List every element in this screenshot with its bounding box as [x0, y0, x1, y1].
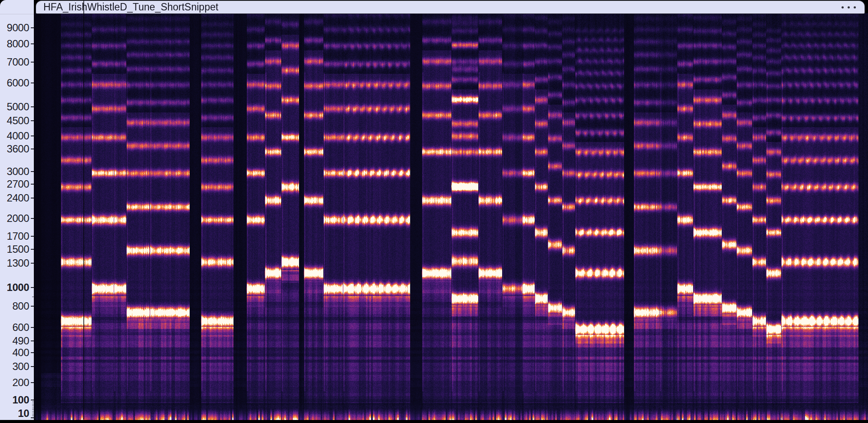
freq-tick-label: 2000 [7, 212, 29, 225]
freq-tick-mark [31, 340, 34, 341]
freq-tick-label: 800 [12, 300, 29, 312]
clip-menu-button[interactable] [840, 4, 858, 10]
freq-minor-tick [32, 416, 34, 416]
freq-tick-mark [31, 382, 34, 383]
freq-tick-mark [31, 263, 34, 264]
freq-tick-label: 9000 [7, 22, 29, 34]
freq-tick-label: 6000 [7, 77, 29, 89]
freq-tick-label: 7000 [7, 56, 29, 68]
ruler-separator-line [0, 14, 34, 14]
frequency-ruler[interactable]: 9000800070006000500045004000360030002700… [0, 0, 34, 420]
freq-minor-tick [32, 404, 34, 404]
freq-tick-mark [31, 106, 34, 107]
freq-tick-mark [31, 236, 34, 237]
freq-tick-label: 3000 [7, 165, 29, 178]
freq-tick-label: 490 [12, 335, 29, 347]
freq-tick-mark [31, 149, 34, 149]
playhead-line[interactable] [83, 1, 84, 420]
freq-tick-label: 300 [12, 360, 29, 373]
freq-tick-label: 10 [18, 407, 29, 420]
freq-tick-label: 100 [12, 394, 29, 406]
freq-tick-mark [31, 287, 34, 288]
freq-tick-mark [31, 198, 34, 198]
freq-tick-mark [31, 43, 34, 44]
freq-tick-label: 4000 [7, 130, 29, 142]
freq-tick-mark [31, 249, 34, 250]
freq-tick-label: 1000 [7, 281, 29, 294]
freq-tick-mark [31, 184, 34, 185]
ellipsis-icon [848, 6, 850, 8]
freq-tick-label: 200 [12, 377, 29, 389]
clip-title: HFA_IrishWhistleD_Tune_ShortSnippet [43, 1, 218, 13]
ellipsis-icon [842, 6, 844, 8]
freq-tick-mark [31, 83, 34, 83]
freq-tick-mark [31, 366, 34, 367]
freq-tick-label: 1500 [7, 243, 29, 255]
freq-tick-label: 2400 [7, 192, 29, 204]
freq-minor-tick [32, 414, 34, 414]
freq-tick-mark [31, 135, 34, 136]
freq-tick-mark [31, 417, 34, 418]
freq-minor-tick [32, 410, 34, 410]
freq-tick-label: 8000 [7, 38, 29, 50]
freq-tick-label: 400 [12, 347, 29, 359]
freq-tick-mark [31, 306, 34, 307]
freq-tick-mark [31, 218, 34, 219]
freq-tick-mark [31, 27, 34, 28]
freq-tick-label: 1300 [7, 257, 29, 269]
freq-tick-mark [31, 120, 34, 121]
clip-title-bar[interactable]: HFA_IrishWhistleD_Tune_ShortSnippet [36, 1, 865, 13]
freq-tick-mark [31, 171, 34, 172]
freq-minor-tick [32, 297, 34, 297]
freq-minor-tick [32, 406, 34, 406]
freq-minor-tick [32, 402, 34, 402]
freq-tick-mark [31, 327, 34, 328]
ellipsis-icon [854, 6, 856, 8]
freq-minor-tick [32, 408, 34, 408]
freq-tick-mark [31, 400, 34, 400]
window-bottom-edge [0, 420, 868, 423]
freq-minor-tick [32, 412, 34, 412]
freq-tick-label: 1700 [7, 230, 29, 242]
freq-tick-label: 2700 [7, 178, 29, 190]
freq-tick-mark [31, 62, 34, 63]
freq-tick-label: 3600 [7, 143, 29, 155]
spectrogram-canvas[interactable] [34, 13, 868, 420]
freq-tick-label: 4500 [7, 115, 29, 127]
freq-tick-label: 5000 [7, 101, 29, 113]
freq-tick-label: 600 [12, 321, 29, 334]
freq-tick-mark [31, 352, 34, 353]
audio-clip-window: 9000800070006000500045004000360030002700… [0, 0, 868, 423]
